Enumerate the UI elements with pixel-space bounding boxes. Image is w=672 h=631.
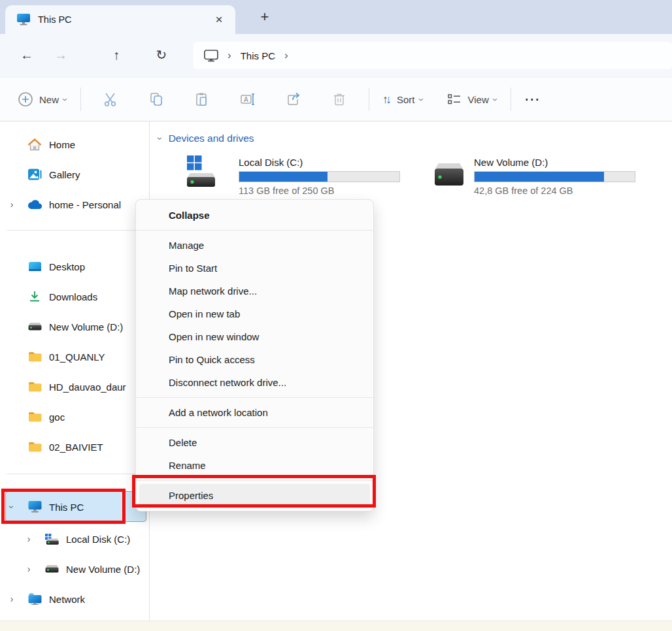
paste-icon [193, 91, 210, 108]
new-button[interactable]: New › [10, 86, 74, 112]
share-button[interactable] [278, 86, 309, 112]
trash-icon [331, 91, 348, 108]
menu-separator [136, 427, 373, 428]
menu-item-manage[interactable]: Manage [136, 234, 373, 257]
chevron-right-icon[interactable]: › [17, 564, 41, 574]
drive-name: Local Disk (C:) [239, 157, 303, 168]
onedrive-cloud-icon [24, 200, 46, 210]
chevron-down-icon: › [491, 98, 501, 101]
rename-button[interactable]: A [233, 86, 263, 112]
hard-drive-icon [24, 323, 46, 331]
menu-item-collapse[interactable]: Collapse [136, 204, 373, 227]
system-drive-icon [41, 534, 63, 545]
menu-item-pin-to-quick-access[interactable]: Pin to Quick access [136, 348, 373, 371]
sidebar-item-gallery[interactable]: Gallery [0, 161, 150, 187]
annotation-box-properties [132, 475, 376, 508]
sidebar-item-onedrive-personal[interactable]: › home - Personal [0, 191, 150, 218]
view-button[interactable]: View › [439, 86, 504, 112]
ellipsis-icon: ⋯ [524, 90, 541, 108]
refresh-button[interactable]: ↻ [150, 45, 173, 66]
drive-usage-fill [239, 172, 328, 182]
tab-title: This PC [38, 14, 210, 25]
view-button-label: View [468, 94, 489, 105]
sidebar-item-home[interactable]: Home [0, 131, 150, 157]
tab-close-icon[interactable]: × [210, 11, 227, 28]
sidebar-item-goc[interactable]: goc [0, 404, 150, 430]
sidebar-item-label: New Volume (D:) [66, 564, 140, 575]
folder-icon [24, 442, 46, 452]
chevron-right-icon[interactable]: › [0, 199, 24, 210]
sidebar-item-label: Downloads [49, 291, 97, 302]
copy-button[interactable] [141, 86, 171, 112]
copy-icon [148, 91, 165, 108]
new-button-label: New [39, 94, 59, 105]
sidebar-item-label: HD_dauvao_daur [49, 381, 126, 393]
new-tab-button[interactable]: + [255, 8, 275, 27]
menu-item-map-network-drive[interactable]: Map network drive... [136, 280, 373, 302]
sidebar-item-downloads[interactable]: Downloads [0, 283, 150, 310]
devices-and-drives-header[interactable]: › Devices and drives [159, 133, 254, 144]
see-more-button[interactable]: ⋯ [518, 86, 548, 112]
menu-item-open-in-new-tab[interactable]: Open in new tab [136, 302, 373, 325]
up-button[interactable]: ↑ [105, 45, 127, 66]
sidebar-item-network[interactable]: › Network [0, 586, 150, 612]
chevron-right-icon[interactable]: › [17, 534, 41, 544]
toolbar-divider [80, 88, 81, 111]
toolbar-divider [511, 88, 511, 111]
navigation-pane: Home Gallery › home - Personal Desktop [0, 121, 150, 621]
chevron-right-icon[interactable]: › [0, 594, 24, 604]
sidebar-item-02-baiviet[interactable]: 02_BAIVIET [0, 434, 150, 460]
command-toolbar: New › A [0, 77, 672, 121]
folder-icon [24, 351, 46, 362]
sidebar-item-new-volume-d[interactable]: New Volume (D:) [0, 314, 150, 340]
system-drive-icon [185, 155, 216, 192]
back-button[interactable]: ← [16, 45, 38, 66]
gallery-icon [24, 169, 46, 180]
home-icon [24, 138, 46, 151]
cut-button[interactable] [95, 86, 126, 112]
delete-button [324, 86, 354, 112]
chevron-expanded-icon[interactable]: › [156, 137, 165, 140]
sidebar-item-label: Gallery [49, 169, 80, 180]
menu-item-rename[interactable]: Rename [136, 454, 373, 477]
sidebar-item-label: goc [49, 412, 65, 423]
sidebar-item-label: Local Disk (C:) [66, 534, 130, 545]
network-icon [24, 593, 46, 605]
breadcrumb-root-monitor-icon [204, 50, 218, 62]
sidebar-item-new-volume-d-tree[interactable]: › New Volume (D:) [0, 556, 150, 582]
folder-icon [24, 381, 46, 392]
sidebar-divider [7, 230, 140, 231]
forward-button: → [50, 45, 72, 66]
sort-button[interactable]: ↑↓ Sort › [376, 86, 430, 112]
breadcrumb-item-this-pc[interactable]: This PC [241, 50, 275, 61]
sidebar-item-local-disk-c[interactable]: › Local Disk (C:) [0, 526, 150, 552]
svg-text:A: A [244, 96, 248, 103]
menu-item-pin-to-start[interactable]: Pin to Start [136, 257, 373, 280]
menu-item-open-in-new-window[interactable]: Open in new window [136, 325, 373, 348]
sidebar-item-label: 01_QUANLY [49, 351, 105, 363]
tab-this-pc[interactable]: This PC × [5, 5, 235, 34]
sidebar-item-hd-dauvao[interactable]: HD_dauvao_daur [0, 374, 150, 400]
sort-arrows-icon: ↑↓ [382, 93, 392, 106]
menu-separator [136, 397, 373, 398]
sidebar-item-label: home - Personal [49, 199, 121, 210]
menu-item-delete[interactable]: Delete [136, 431, 373, 454]
hard-drive-icon [433, 162, 465, 192]
paste-button[interactable] [187, 86, 217, 112]
toolbar-divider [369, 88, 369, 111]
sidebar-item-label: 02_BAIVIET [49, 442, 103, 453]
file-explorer-window: This PC × + ← → ↑ ↻ › This PC › New › [0, 0, 672, 631]
menu-item-add-network-location[interactable]: Add a network location [136, 401, 373, 424]
this-pc-monitor-icon [17, 14, 30, 25]
address-bar[interactable]: › This PC › [193, 42, 672, 69]
menu-separator [136, 230, 373, 231]
menu-item-disconnect-network-drive[interactable]: Disconnect network drive... [136, 371, 373, 394]
drive-free-space: 113 GB free of 250 GB [239, 186, 334, 196]
sidebar-item-01-quanly[interactable]: 01_QUANLY [0, 344, 150, 370]
title-bar: This PC × + [0, 0, 672, 34]
breadcrumb-separator-icon[interactable]: › [284, 49, 288, 62]
sidebar-item-label: New Volume (D:) [49, 321, 123, 332]
sidebar-item-desktop[interactable]: Desktop [0, 253, 150, 280]
hard-drive-icon [41, 565, 63, 574]
desktop-icon [24, 262, 46, 272]
